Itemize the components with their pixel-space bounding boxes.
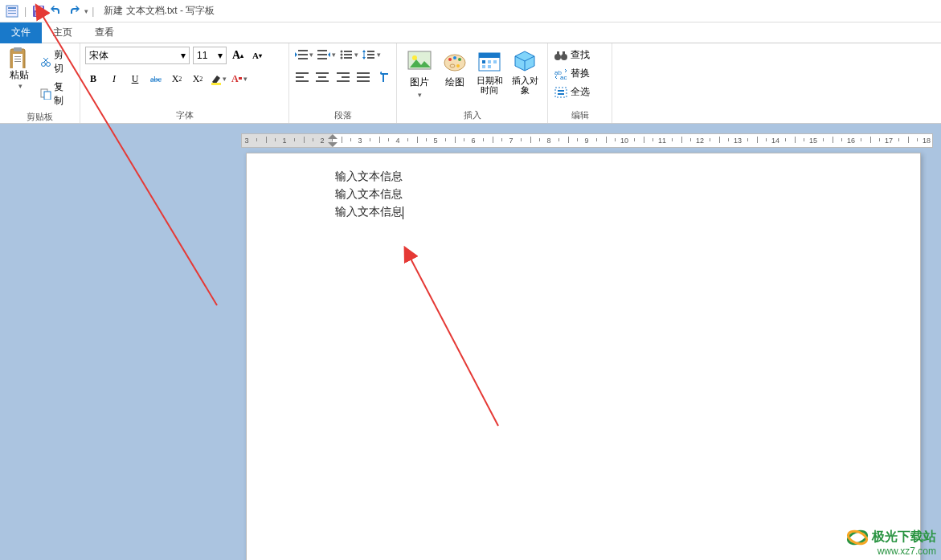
svg-rect-20 <box>211 83 221 85</box>
tab-home[interactable]: 主页 <box>42 22 84 43</box>
cut-button[interactable]: 剪切 <box>37 47 75 77</box>
svg-rect-59 <box>479 53 500 58</box>
ruler[interactable]: 3123456789101112131415161718 <box>241 133 933 148</box>
copy-button[interactable]: 复制 <box>37 79 75 109</box>
svg-rect-42 <box>318 76 326 78</box>
svg-point-54 <box>453 56 456 59</box>
svg-rect-37 <box>367 57 374 59</box>
svg-rect-26 <box>317 54 327 55</box>
group-editing: 查找 abac 替换 全选 编辑 <box>548 43 612 123</box>
copy-icon <box>40 88 51 100</box>
align-left-button[interactable] <box>294 69 309 85</box>
doc-line[interactable]: 输入文本信息 <box>335 168 832 186</box>
svg-rect-23 <box>298 54 308 55</box>
scissors-icon <box>40 56 51 67</box>
svg-rect-63 <box>482 65 485 68</box>
svg-rect-73 <box>558 93 564 95</box>
insert-datetime-button[interactable]: 日期和时间 <box>473 47 508 108</box>
app-name: 写字板 <box>186 5 215 16</box>
group-paragraph: ▾ ▾ ▾ ▾ 段落 <box>289 43 397 123</box>
italic-button[interactable]: I <box>106 71 122 87</box>
save-icon[interactable] <box>32 5 45 18</box>
watermark-logo: 极光下载站 <box>846 529 936 546</box>
svg-rect-67 <box>557 51 559 55</box>
svg-rect-32 <box>344 54 352 55</box>
group-insert: 图片▾ 绘图 日期和时间 插入对象 插入 <box>397 43 548 123</box>
svg-rect-71 <box>555 88 567 97</box>
svg-rect-11 <box>14 56 21 57</box>
tab-view[interactable]: 查看 <box>84 22 125 43</box>
indent-button[interactable]: ▾ <box>317 47 336 63</box>
insert-picture-button[interactable]: 图片▾ <box>402 47 437 108</box>
app-icon <box>6 5 18 18</box>
paragraph-dialog-button[interactable] <box>376 69 391 85</box>
svg-rect-61 <box>488 60 491 63</box>
underline-button[interactable]: U <box>127 71 143 87</box>
svg-point-30 <box>340 57 342 59</box>
svg-point-15 <box>47 63 51 67</box>
svg-rect-41 <box>316 72 329 74</box>
svg-point-57 <box>450 64 455 67</box>
svg-rect-46 <box>337 80 350 82</box>
svg-text:ac: ac <box>560 74 567 80</box>
window-title: 新建 文本文档.txt - 写字板 <box>104 4 215 18</box>
undo-icon[interactable] <box>50 5 63 18</box>
group-clipboard: 粘贴 ▾ 剪切 复制 剪贴板 <box>0 43 80 123</box>
svg-rect-33 <box>344 57 352 59</box>
doc-line[interactable]: 输入文本信息 <box>335 186 832 203</box>
font-color-button[interactable]: A▾ <box>231 71 248 87</box>
svg-rect-5 <box>35 6 43 10</box>
superscript-button[interactable]: X2 <box>190 71 206 87</box>
object-icon <box>512 48 538 74</box>
doc-line[interactable]: 输入文本信息 <box>335 203 832 221</box>
svg-rect-27 <box>317 58 327 59</box>
svg-rect-45 <box>342 76 350 78</box>
font-name-select[interactable]: 宋体▾ <box>85 47 190 64</box>
ribbon: 粘贴 ▾ 剪切 复制 剪贴板 宋体▾ <box>0 43 941 124</box>
group-font: 宋体▾ 11▾ A▴ A▾ B I U abc X2 X2 ▾ A▾ <box>80 43 289 123</box>
qa-dropdown-icon[interactable]: ▾ <box>84 7 88 15</box>
svg-rect-31 <box>344 51 352 52</box>
replace-button[interactable]: abac 替换 <box>553 65 607 82</box>
shrink-font-button[interactable]: A▾ <box>249 47 265 63</box>
selectall-button[interactable]: 全选 <box>553 84 607 100</box>
svg-point-56 <box>456 64 460 67</box>
highlight-button[interactable]: ▾ <box>211 71 227 87</box>
redo-icon[interactable] <box>68 5 80 18</box>
svg-rect-49 <box>357 80 370 82</box>
svg-rect-22 <box>298 50 308 51</box>
svg-rect-44 <box>337 72 350 74</box>
svg-rect-25 <box>317 50 327 51</box>
doc-name: 新建 文本文档.txt <box>104 5 177 16</box>
paste-button[interactable]: 粘贴 ▾ <box>5 47 34 90</box>
line-spacing-button[interactable]: ▾ <box>362 47 381 63</box>
group-label: 插入 <box>402 108 542 123</box>
svg-rect-62 <box>493 60 497 63</box>
align-right-button[interactable] <box>335 69 350 85</box>
subscript-button[interactable]: X2 <box>169 71 185 87</box>
grow-font-button[interactable]: A▴ <box>230 47 246 63</box>
svg-rect-19 <box>44 92 51 100</box>
workspace: 3123456789101112131415161718 输入文本信息输入文本信… <box>0 124 941 560</box>
svg-rect-7 <box>39 7 41 10</box>
svg-rect-21 <box>239 77 242 80</box>
svg-rect-36 <box>367 54 374 55</box>
insert-object-button[interactable]: 插入对象 <box>507 47 542 108</box>
find-button[interactable]: 查找 <box>553 47 607 63</box>
outdent-button[interactable]: ▾ <box>294 47 313 63</box>
group-label: 字体 <box>85 108 284 123</box>
tab-file[interactable]: 文件 <box>0 22 42 43</box>
replace-icon: abac <box>554 68 567 80</box>
align-center-button[interactable] <box>314 69 329 85</box>
svg-point-53 <box>448 58 452 61</box>
svg-point-51 <box>412 55 417 60</box>
strike-button[interactable]: abc <box>148 71 164 87</box>
tab-bar: 文件 主页 查看 <box>0 22 941 43</box>
bold-button[interactable]: B <box>85 71 101 87</box>
svg-rect-13 <box>14 61 21 62</box>
document-page[interactable]: 输入文本信息输入文本信息输入文本信息 <box>246 153 921 560</box>
insert-paint-button[interactable]: 绘图 <box>437 47 473 108</box>
font-size-select[interactable]: 11▾ <box>193 47 227 64</box>
bullets-button[interactable]: ▾ <box>339 47 358 63</box>
align-justify-button[interactable] <box>355 69 370 85</box>
